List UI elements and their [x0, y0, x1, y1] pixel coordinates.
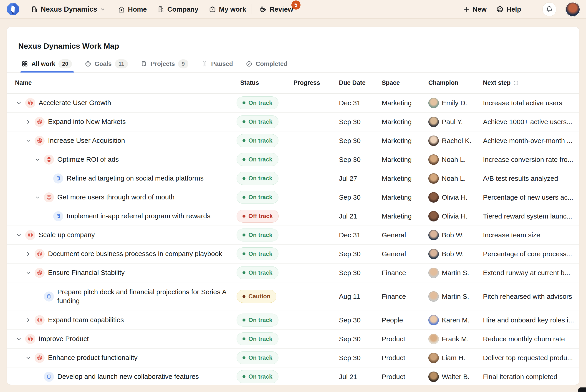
table-row[interactable]: Scale up company On track Dec 31 General… — [7, 226, 579, 245]
tab-paused[interactable]: Paused — [201, 56, 233, 72]
item-name[interactable]: Scale up company — [39, 230, 95, 239]
nav-review[interactable]: Review 5 — [259, 6, 293, 13]
tab-label: Goals — [95, 60, 112, 68]
company-switcher[interactable]: Nexus Dynamics — [31, 5, 105, 14]
table-row[interactable]: Improve Product On track Sep 30 Product … — [7, 330, 579, 348]
expand-toggle[interactable] — [16, 336, 22, 342]
table-header: Name Status Progress Due Date Space Cham… — [7, 72, 579, 94]
nav-divider — [111, 4, 111, 14]
item-name[interactable]: Refine ad targeting on social media plat… — [67, 174, 204, 182]
tab-all-work[interactable]: All work 20 — [21, 56, 72, 72]
expand-toggle[interactable] — [35, 157, 41, 162]
expand-toggle[interactable] — [25, 251, 31, 257]
champion-avatar — [428, 372, 439, 382]
status-badge[interactable]: On track — [237, 248, 278, 260]
item-name[interactable]: Expand into New Markets — [48, 117, 126, 126]
table-row[interactable]: Refine ad targeting on social media plat… — [7, 169, 579, 188]
item-name[interactable]: Expand team capabilities — [48, 316, 124, 324]
table-row[interactable]: Ensure Financial Stability On track Sep … — [7, 264, 579, 282]
chevron-down-icon — [100, 6, 105, 12]
space-label: General — [382, 231, 428, 239]
item-name[interactable]: Implement in-app referral program with r… — [67, 212, 210, 220]
expand-toggle[interactable] — [25, 119, 31, 125]
table-row[interactable]: Increase User Acquisition On track Sep 3… — [7, 132, 579, 150]
status-badge[interactable]: On track — [237, 370, 278, 383]
expand-toggle[interactable] — [25, 270, 31, 276]
item-name[interactable]: Accelerate User Growth — [39, 98, 111, 107]
app-logo[interactable] — [6, 3, 20, 16]
item-name[interactable]: Ensure Financial Stability — [48, 268, 125, 277]
expand-toggle[interactable] — [16, 100, 22, 106]
table-row[interactable]: Expand team capabilities On track Sep 30… — [7, 311, 579, 330]
item-name[interactable]: Get more users through word of mouth — [57, 193, 175, 202]
champion-avatar — [428, 230, 439, 240]
status-badge[interactable]: On track — [237, 314, 278, 326]
status-badge[interactable]: On track — [237, 172, 278, 185]
status-badge[interactable]: On track — [237, 266, 278, 279]
table-row[interactable]: Implement in-app referral program with r… — [7, 207, 579, 226]
champion-cell: Bob W. — [428, 230, 483, 240]
table-row[interactable]: Get more users through word of mouth On … — [7, 188, 579, 207]
table-row[interactable]: Document core business processes in comp… — [7, 245, 579, 264]
item-name[interactable]: Improve Product — [39, 334, 89, 343]
table-row[interactable]: Optimize ROI of ads On track Sep 30 Mark… — [7, 150, 579, 169]
status-cell: On track — [237, 134, 293, 147]
table-row[interactable]: Expand into New Markets On track Sep 30 … — [7, 112, 579, 132]
status-dot-icon — [243, 234, 245, 236]
nav-company[interactable]: Company — [157, 6, 198, 13]
goal-target-icon — [37, 138, 43, 144]
expand-toggle[interactable] — [16, 232, 22, 238]
expand-toggle[interactable] — [25, 138, 31, 144]
help-button[interactable]: Help — [496, 6, 521, 13]
check-circle-icon — [246, 60, 253, 67]
item-name[interactable]: Increase User Acquisition — [48, 136, 125, 145]
nav-my-work[interactable]: My work — [209, 6, 246, 13]
chevron-down-icon — [35, 157, 41, 162]
goal-icon — [35, 315, 45, 325]
table-row[interactable]: Enhance product functionality On track S… — [7, 348, 579, 368]
status-badge[interactable]: On track — [237, 115, 278, 128]
new-button[interactable]: New — [463, 6, 487, 13]
status-badge[interactable]: On track — [237, 191, 278, 204]
status-badge[interactable]: On track — [237, 332, 278, 346]
notifications-button[interactable] — [542, 2, 556, 16]
due-date: Sep 30 — [339, 118, 382, 126]
status-badge[interactable]: On track — [237, 134, 278, 147]
item-name[interactable]: Optimize ROI of ads — [57, 155, 119, 164]
corner-widget[interactable] — [578, 388, 586, 392]
status-badge[interactable]: On track — [237, 153, 278, 166]
status-badge[interactable]: On track — [237, 96, 278, 109]
champion-name: Martin S. — [442, 269, 469, 277]
coffee-cup-icon — [259, 6, 267, 13]
item-name[interactable]: Prepare pitch deck and financial project… — [57, 288, 231, 305]
champion-avatar — [428, 268, 439, 278]
item-name[interactable]: Document core business processes in comp… — [48, 250, 222, 258]
status-cell: On track — [237, 370, 293, 383]
table-row[interactable]: Develop and launch new collaborative fea… — [7, 368, 579, 385]
champion-avatar — [428, 334, 439, 344]
next-step: A/B test results analyzed — [483, 175, 579, 182]
expand-toggle[interactable] — [25, 317, 31, 323]
status-badge[interactable]: Off track — [237, 210, 279, 222]
item-name[interactable]: Enhance product functionality — [48, 353, 138, 362]
user-avatar[interactable] — [566, 2, 580, 16]
tab-completed[interactable]: Completed — [246, 56, 288, 72]
status-badge[interactable]: On track — [237, 351, 278, 364]
info-icon[interactable] — [513, 80, 519, 86]
table-row[interactable]: Prepare pitch deck and financial project… — [7, 282, 579, 311]
expand-toggle[interactable] — [35, 194, 41, 200]
chevron-down-icon — [16, 100, 22, 106]
table-row[interactable]: Accelerate User Growth On track Dec 31 M… — [7, 94, 579, 112]
tab-label: Projects — [151, 60, 175, 68]
status-cell: On track — [237, 332, 293, 346]
status-badge[interactable]: Caution — [237, 290, 276, 303]
nav-home[interactable]: Home — [118, 6, 147, 13]
champion-name: Paul Y. — [442, 118, 463, 126]
status-cell: On track — [237, 172, 293, 185]
tab-goals[interactable]: Goals 11 — [85, 56, 128, 72]
status-badge[interactable]: On track — [237, 228, 278, 242]
tab-projects[interactable]: Projects 9 — [141, 56, 188, 72]
expand-toggle[interactable] — [25, 355, 31, 361]
champion-avatar — [428, 291, 439, 302]
item-name[interactable]: Develop and launch new collaborative fea… — [57, 372, 199, 381]
